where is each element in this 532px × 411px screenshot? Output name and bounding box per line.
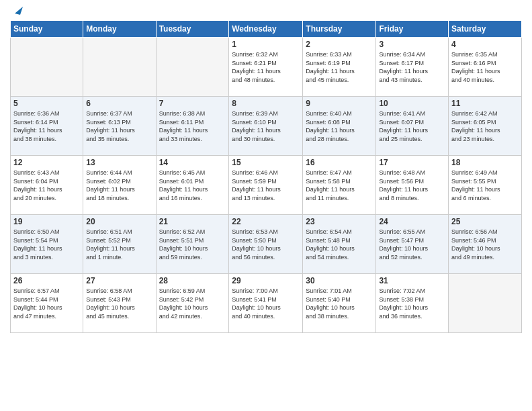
- header: [10, 7, 522, 16]
- day-info: Sunrise: 7:01 AM Sunset: 5:40 PM Dayligh…: [306, 287, 373, 320]
- day-info: Sunrise: 6:49 AM Sunset: 5:55 PM Dayligh…: [451, 169, 519, 202]
- day-number: 1: [232, 40, 300, 49]
- day-info: Sunrise: 6:45 AM Sunset: 6:01 PM Dayligh…: [159, 169, 226, 202]
- day-number: 18: [451, 158, 519, 167]
- day-number: 4: [451, 40, 519, 49]
- table-row: 6Sunrise: 6:37 AM Sunset: 6:13 PM Daylig…: [83, 97, 156, 156]
- day-info: Sunrise: 6:33 AM Sunset: 6:19 PM Dayligh…: [306, 50, 373, 84]
- table-row: 7Sunrise: 6:38 AM Sunset: 6:11 PM Daylig…: [156, 97, 229, 156]
- day-number: 26: [13, 276, 80, 285]
- calendar-week-row: 19Sunrise: 6:50 AM Sunset: 5:54 PM Dayli…: [11, 215, 522, 274]
- day-info: Sunrise: 6:41 AM Sunset: 6:07 PM Dayligh…: [379, 109, 445, 143]
- table-row: 23Sunrise: 6:54 AM Sunset: 5:48 PM Dayli…: [303, 215, 376, 274]
- day-info: Sunrise: 6:34 AM Sunset: 6:17 PM Dayligh…: [379, 50, 445, 84]
- table-row: 24Sunrise: 6:55 AM Sunset: 5:47 PM Dayli…: [376, 215, 449, 274]
- day-number: 20: [86, 217, 152, 226]
- day-info: Sunrise: 6:37 AM Sunset: 6:13 PM Dayligh…: [86, 109, 152, 143]
- table-row: 3Sunrise: 6:34 AM Sunset: 6:17 PM Daylig…: [376, 38, 449, 97]
- table-row: 1Sunrise: 6:32 AM Sunset: 6:21 PM Daylig…: [229, 38, 303, 97]
- day-info: Sunrise: 7:00 AM Sunset: 5:41 PM Dayligh…: [232, 287, 300, 320]
- table-row: 31Sunrise: 7:02 AM Sunset: 5:38 PM Dayli…: [376, 274, 449, 333]
- table-row: 5Sunrise: 6:36 AM Sunset: 6:14 PM Daylig…: [11, 97, 83, 156]
- day-info: Sunrise: 6:48 AM Sunset: 5:56 PM Dayligh…: [379, 169, 445, 202]
- table-row: [11, 38, 83, 97]
- table-row: 15Sunrise: 6:46 AM Sunset: 5:59 PM Dayli…: [229, 156, 303, 215]
- day-number: 21: [159, 217, 226, 226]
- calendar-week-row: 26Sunrise: 6:57 AM Sunset: 5:44 PM Dayli…: [11, 274, 522, 333]
- day-number: 28: [159, 276, 226, 285]
- table-row: 8Sunrise: 6:39 AM Sunset: 6:10 PM Daylig…: [229, 97, 303, 156]
- day-number: 16: [306, 158, 373, 167]
- logo: [10, 7, 23, 16]
- day-number: 9: [306, 99, 373, 108]
- col-saturday: Saturday: [449, 21, 522, 38]
- day-info: Sunrise: 6:35 AM Sunset: 6:16 PM Dayligh…: [451, 50, 519, 84]
- table-row: 16Sunrise: 6:47 AM Sunset: 5:58 PM Dayli…: [303, 156, 376, 215]
- day-info: Sunrise: 6:39 AM Sunset: 6:10 PM Dayligh…: [232, 109, 300, 143]
- day-number: 2: [306, 40, 373, 49]
- table-row: 4Sunrise: 6:35 AM Sunset: 6:16 PM Daylig…: [449, 38, 522, 97]
- day-info: Sunrise: 6:56 AM Sunset: 5:46 PM Dayligh…: [451, 228, 519, 261]
- table-row: 13Sunrise: 6:44 AM Sunset: 6:02 PM Dayli…: [83, 156, 156, 215]
- day-number: 22: [232, 217, 300, 226]
- table-row: 22Sunrise: 6:53 AM Sunset: 5:50 PM Dayli…: [229, 215, 303, 274]
- day-number: 11: [451, 99, 519, 108]
- svg-marker-0: [15, 7, 23, 15]
- day-info: Sunrise: 6:40 AM Sunset: 6:08 PM Dayligh…: [306, 109, 373, 143]
- day-info: Sunrise: 6:57 AM Sunset: 5:44 PM Dayligh…: [13, 287, 80, 320]
- day-info: Sunrise: 6:42 AM Sunset: 6:05 PM Dayligh…: [451, 109, 519, 143]
- table-row: 18Sunrise: 6:49 AM Sunset: 5:55 PM Dayli…: [449, 156, 522, 215]
- table-row: [156, 38, 229, 97]
- table-row: [449, 274, 522, 333]
- calendar-header-row: Sunday Monday Tuesday Wednesday Thursday…: [11, 21, 522, 38]
- day-info: Sunrise: 6:53 AM Sunset: 5:50 PM Dayligh…: [232, 228, 300, 261]
- day-number: 30: [306, 276, 373, 285]
- table-row: 25Sunrise: 6:56 AM Sunset: 5:46 PM Dayli…: [449, 215, 522, 274]
- day-number: 6: [86, 99, 152, 108]
- table-row: 14Sunrise: 6:45 AM Sunset: 6:01 PM Dayli…: [156, 156, 229, 215]
- day-info: Sunrise: 6:51 AM Sunset: 5:52 PM Dayligh…: [86, 228, 152, 261]
- day-number: 31: [379, 276, 445, 285]
- day-info: Sunrise: 6:43 AM Sunset: 6:04 PM Dayligh…: [13, 169, 80, 202]
- table-row: 20Sunrise: 6:51 AM Sunset: 5:52 PM Dayli…: [83, 215, 156, 274]
- day-info: Sunrise: 7:02 AM Sunset: 5:38 PM Dayligh…: [379, 287, 445, 320]
- day-number: 13: [86, 158, 152, 167]
- table-row: 12Sunrise: 6:43 AM Sunset: 6:04 PM Dayli…: [11, 156, 83, 215]
- day-info: Sunrise: 6:32 AM Sunset: 6:21 PM Dayligh…: [232, 50, 300, 84]
- day-number: 27: [86, 276, 152, 285]
- day-info: Sunrise: 6:36 AM Sunset: 6:14 PM Dayligh…: [13, 109, 80, 143]
- table-row: 21Sunrise: 6:52 AM Sunset: 5:51 PM Dayli…: [156, 215, 229, 274]
- day-info: Sunrise: 6:47 AM Sunset: 5:58 PM Dayligh…: [306, 169, 373, 202]
- table-row: 30Sunrise: 7:01 AM Sunset: 5:40 PM Dayli…: [303, 274, 376, 333]
- table-row: 17Sunrise: 6:48 AM Sunset: 5:56 PM Dayli…: [376, 156, 449, 215]
- day-number: 7: [159, 99, 226, 108]
- day-number: 25: [451, 217, 519, 226]
- calendar-week-row: 12Sunrise: 6:43 AM Sunset: 6:04 PM Dayli…: [11, 156, 522, 215]
- day-info: Sunrise: 6:38 AM Sunset: 6:11 PM Dayligh…: [159, 109, 226, 143]
- day-number: 24: [379, 217, 445, 226]
- col-thursday: Thursday: [303, 21, 376, 38]
- day-number: 29: [232, 276, 300, 285]
- day-info: Sunrise: 6:55 AM Sunset: 5:47 PM Dayligh…: [379, 228, 445, 261]
- day-info: Sunrise: 6:54 AM Sunset: 5:48 PM Dayligh…: [306, 228, 373, 261]
- day-info: Sunrise: 6:59 AM Sunset: 5:42 PM Dayligh…: [159, 287, 226, 320]
- table-row: 26Sunrise: 6:57 AM Sunset: 5:44 PM Dayli…: [11, 274, 83, 333]
- table-row: 28Sunrise: 6:59 AM Sunset: 5:42 PM Dayli…: [156, 274, 229, 333]
- page: Sunday Monday Tuesday Wednesday Thursday…: [0, 0, 532, 411]
- table-row: 29Sunrise: 7:00 AM Sunset: 5:41 PM Dayli…: [229, 274, 303, 333]
- day-number: 10: [379, 99, 445, 108]
- day-number: 23: [306, 217, 373, 226]
- table-row: 11Sunrise: 6:42 AM Sunset: 6:05 PM Dayli…: [449, 97, 522, 156]
- col-friday: Friday: [376, 21, 449, 38]
- day-info: Sunrise: 6:58 AM Sunset: 5:43 PM Dayligh…: [86, 287, 152, 320]
- day-number: 19: [13, 217, 80, 226]
- day-number: 8: [232, 99, 300, 108]
- day-info: Sunrise: 6:46 AM Sunset: 5:59 PM Dayligh…: [232, 169, 300, 202]
- logo-bird-icon: [11, 4, 23, 16]
- day-info: Sunrise: 6:44 AM Sunset: 6:02 PM Dayligh…: [86, 169, 152, 202]
- table-row: 27Sunrise: 6:58 AM Sunset: 5:43 PM Dayli…: [83, 274, 156, 333]
- col-tuesday: Tuesday: [156, 21, 229, 38]
- day-number: 3: [379, 40, 445, 49]
- col-monday: Monday: [83, 21, 156, 38]
- table-row: 10Sunrise: 6:41 AM Sunset: 6:07 PM Dayli…: [376, 97, 449, 156]
